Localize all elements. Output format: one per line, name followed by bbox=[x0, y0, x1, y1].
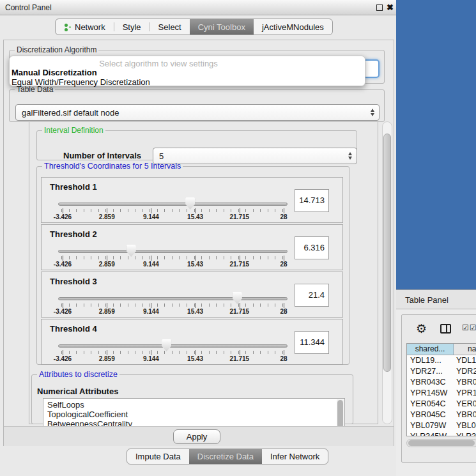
slider-major-tick bbox=[240, 256, 240, 261]
tab-select[interactable]: Select bbox=[150, 19, 190, 35]
slider-track[interactable] bbox=[58, 203, 288, 206]
gear-icon[interactable]: ⚙ bbox=[416, 321, 427, 336]
tab-network[interactable]: Network bbox=[56, 19, 114, 35]
table-header-row: shared... na bbox=[407, 344, 476, 355]
columns-icon[interactable] bbox=[440, 324, 451, 334]
tab-impute-data[interactable]: Impute Data bbox=[127, 449, 189, 464]
slider-tick-label: 15.43 bbox=[187, 355, 203, 362]
select-columns-icon[interactable]: ☑☑ bbox=[462, 323, 476, 332]
control-panel-titlebar: Control Panel ✖ bbox=[0, 0, 396, 15]
slider-tick-label: 15.43 bbox=[187, 308, 203, 315]
slider-major-tick bbox=[284, 350, 284, 355]
tab-label: Cyni Toolbox bbox=[198, 22, 245, 32]
table-row[interactable]: YPR145WYPR1 bbox=[407, 388, 476, 399]
control-panel-tabbar: NetworkStyleSelectCyni ToolboxjActiveMNo… bbox=[55, 19, 333, 35]
column-header-name[interactable]: na bbox=[454, 344, 476, 355]
table-horizontal-scrollbar[interactable] bbox=[406, 439, 476, 447]
slider-track[interactable] bbox=[58, 297, 288, 300]
table-row[interactable]: YDR27...YDR2 bbox=[407, 366, 476, 377]
table-row[interactable]: YBL079WYBL0 bbox=[407, 420, 476, 431]
slider-major-tick bbox=[63, 350, 63, 355]
tab-jactivemnodules[interactable]: jActiveMNodules bbox=[254, 19, 332, 35]
panel-scrollbar[interactable] bbox=[382, 121, 392, 424]
slider-tick-label: 15.43 bbox=[187, 213, 203, 220]
table-rows: YDL19...YDL1YDR27...YDR2YBR043CYBR0YPR14… bbox=[407, 355, 476, 436]
attribute-list-item[interactable]: SelfLoops bbox=[47, 400, 344, 410]
cell-name: YPR1 bbox=[454, 388, 476, 399]
thresholds-group: Threshold's Coordinates for 5 Intervals … bbox=[36, 162, 349, 365]
slider-tick-label: 21.715 bbox=[230, 355, 250, 362]
slider-major-tick bbox=[196, 208, 196, 213]
cell-name: YDR2 bbox=[454, 366, 476, 377]
slider-major-tick bbox=[151, 350, 151, 355]
slider-major-tick bbox=[196, 303, 196, 308]
slider-thumb[interactable] bbox=[233, 292, 242, 304]
slider-thumb[interactable] bbox=[127, 245, 136, 257]
cell-shared-name: YBL079W bbox=[407, 420, 454, 431]
slider-tick-label: 2.859 bbox=[99, 355, 115, 362]
dropdown-option[interactable]: Equal Width/Frequency Discretization bbox=[12, 77, 150, 87]
number-of-intervals-label: Number of Intervals bbox=[63, 151, 141, 160]
threshold-panel: Threshold 2-3.4262.8599.14415.4321.71528… bbox=[41, 224, 343, 270]
table-row[interactable]: YBR045CYBR0 bbox=[407, 410, 476, 420]
slider-ticks bbox=[61, 303, 284, 307]
combo-arrows-icon bbox=[371, 109, 379, 116]
table-row[interactable]: YDL19...YDL1 bbox=[407, 355, 476, 366]
tab-label: Style bbox=[123, 22, 141, 32]
threshold-panel: Threshold 4-3.4262.8599.14415.4321.71528… bbox=[41, 319, 343, 365]
cell-name: YBL0 bbox=[454, 420, 476, 431]
tab-style[interactable]: Style bbox=[114, 19, 150, 35]
threshold-label: Threshold 1 bbox=[50, 182, 97, 192]
slider-tick-label: 21.715 bbox=[230, 261, 250, 268]
node-table-container: ⚙ ☑☑ shared... na YDL19...YDL1YDR27...YD… bbox=[401, 314, 476, 463]
slider-tick-label: 9.144 bbox=[143, 308, 159, 315]
cell-shared-name: YER054C bbox=[407, 399, 454, 410]
float-panel-icon[interactable] bbox=[376, 4, 383, 11]
threshold-value-field[interactable]: 6.316 bbox=[295, 236, 329, 259]
threshold-value-field[interactable]: 11.344 bbox=[295, 331, 329, 354]
network-icon bbox=[64, 23, 71, 31]
slider-tick-label: 28 bbox=[280, 308, 287, 315]
tab-infer-network[interactable]: Infer Network bbox=[262, 449, 328, 464]
slider-track[interactable] bbox=[58, 344, 288, 348]
table-data-group: Table Data galFiltered.sif default node bbox=[9, 85, 385, 122]
slider-major-tick bbox=[284, 208, 284, 213]
panel-title: Control Panel bbox=[5, 3, 52, 12]
dropdown-option[interactable]: Manual Discretization bbox=[12, 68, 97, 77]
table-row[interactable]: YBR043CYBR0 bbox=[407, 377, 476, 388]
table-data-value: galFiltered.sif default node bbox=[16, 108, 371, 118]
table-row[interactable]: YLR345WYLR3 bbox=[407, 431, 476, 436]
tab-cyni-toolbox[interactable]: Cyni Toolbox bbox=[190, 19, 254, 35]
tab-label: Impute Data bbox=[135, 452, 181, 461]
slider-major-tick bbox=[151, 303, 151, 308]
slider-major-tick bbox=[284, 256, 284, 261]
slider-tick-label: 9.144 bbox=[143, 355, 159, 362]
threshold-value-field[interactable]: 14.713 bbox=[295, 189, 329, 212]
tab-discretize-data[interactable]: Discretize Data bbox=[189, 449, 262, 464]
panel-scrollbar-thumb[interactable] bbox=[383, 134, 391, 372]
attribute-list-item[interactable]: TopologicalCoefficient bbox=[47, 410, 344, 419]
slider-thumb[interactable] bbox=[162, 339, 171, 351]
close-icon[interactable]: ✖ bbox=[387, 3, 394, 12]
slider-major-tick bbox=[284, 303, 284, 308]
slider-major-tick bbox=[63, 256, 63, 261]
slider-tick-label: -3.426 bbox=[54, 261, 72, 268]
slider-major-tick bbox=[196, 350, 196, 355]
apply-button[interactable]: Apply bbox=[173, 429, 220, 444]
cell-shared-name: YBR043C bbox=[407, 377, 454, 388]
column-header-shared-name[interactable]: shared... bbox=[407, 344, 454, 355]
threshold-value-field[interactable]: 21.4 bbox=[295, 284, 329, 307]
tab-label: Network bbox=[75, 22, 105, 32]
slider-major-tick bbox=[151, 256, 151, 261]
slider-tick-label: -3.426 bbox=[54, 355, 72, 362]
table-data-combobox[interactable]: galFiltered.sif default node bbox=[15, 104, 380, 121]
threshold-label: Threshold 4 bbox=[50, 324, 97, 334]
slider-tick-label: 28 bbox=[280, 261, 287, 268]
slider-thumb[interactable] bbox=[185, 197, 195, 210]
table-row[interactable]: YER054CYER0 bbox=[407, 399, 476, 410]
attributes-group: Attributes to discretize Numerical Attri… bbox=[31, 370, 353, 424]
threshold-label: Threshold 3 bbox=[50, 277, 97, 286]
slider-track[interactable] bbox=[58, 250, 288, 253]
table-panel-body: ⚙ ☑☑ shared... na YDL19...YDL1YDR27...YD… bbox=[396, 310, 476, 476]
cell-shared-name: YLR345W bbox=[407, 431, 454, 436]
